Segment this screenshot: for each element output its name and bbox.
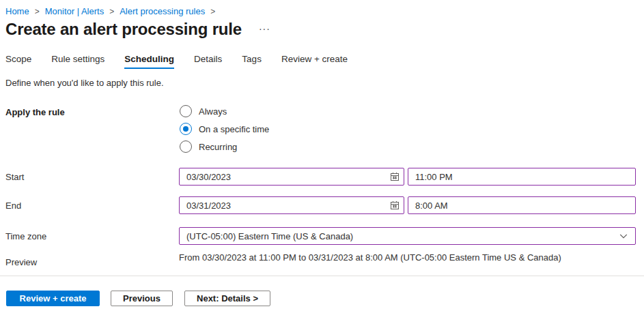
breadcrumb-separator-icon: >	[109, 5, 114, 18]
breadcrumb: Home > Monitor | Alerts > Alert processi…	[5, 5, 215, 18]
end-date-field	[179, 196, 404, 214]
more-options-icon[interactable]: ···	[259, 24, 270, 33]
calendar-icon[interactable]	[386, 168, 404, 185]
apply-rule-radio-group: Always On a specific time Recurring	[180, 105, 269, 153]
start-date-input[interactable]	[180, 172, 386, 182]
end-label: End	[5, 201, 21, 211]
time-zone-select[interactable]: (UTC-05:00) Eastern Time (US & Canada)	[179, 227, 636, 245]
radio-recurring[interactable]: Recurring	[180, 140, 269, 153]
preview-value: From 03/30/2023 at 11:00 PM to 03/31/202…	[179, 252, 640, 263]
radio-on-a-specific-time[interactable]: On a specific time	[180, 123, 269, 135]
radio-unselected-icon	[180, 105, 192, 117]
radio-recurring-label: Recurring	[199, 142, 237, 152]
breadcrumb-separator-icon: >	[210, 5, 215, 18]
previous-button[interactable]: Previous	[111, 291, 173, 306]
radio-unselected-icon	[180, 140, 192, 153]
start-date-field	[179, 168, 404, 186]
preview-label: Preview	[5, 257, 37, 267]
chevron-down-icon	[619, 231, 628, 241]
end-time-input[interactable]	[408, 201, 635, 211]
review-create-button[interactable]: Review + create	[6, 291, 100, 306]
page-title: Create an alert processing rule	[5, 18, 242, 40]
time-zone-value: (UTC-05:00) Eastern Time (US & Canada)	[186, 231, 353, 241]
tab-tags[interactable]: Tags	[242, 54, 262, 69]
tab-review-create[interactable]: Review + create	[281, 54, 348, 69]
page-description: Define when you'd like to apply this rul…	[5, 78, 164, 88]
start-time-field	[408, 168, 636, 186]
breadcrumb-link-monitor-alerts[interactable]: Monitor | Alerts	[45, 5, 104, 18]
calendar-icon[interactable]	[386, 197, 404, 213]
next-details-button[interactable]: Next: Details >	[184, 291, 270, 306]
start-time-input[interactable]	[408, 172, 635, 182]
start-label: Start	[5, 172, 24, 182]
breadcrumb-separator-icon: >	[35, 5, 40, 18]
end-time-field	[408, 196, 636, 214]
apply-the-rule-label: Apply the rule	[5, 107, 65, 117]
tab-bar: Scope Rule settings Scheduling Details T…	[5, 54, 348, 69]
breadcrumb-link-home[interactable]: Home	[5, 5, 29, 18]
tab-details[interactable]: Details	[194, 54, 222, 69]
tab-rule-settings[interactable]: Rule settings	[51, 54, 104, 69]
create-alert-processing-rule-page: Home > Monitor | Alerts > Alert processi…	[0, 0, 644, 311]
radio-on-a-specific-time-label: On a specific time	[199, 124, 269, 134]
time-zone-label: Time zone	[5, 231, 46, 241]
radio-always[interactable]: Always	[180, 105, 269, 117]
tab-scope[interactable]: Scope	[5, 54, 31, 69]
tab-scheduling[interactable]: Scheduling	[124, 54, 174, 69]
radio-selected-icon	[180, 123, 192, 135]
title-row: Create an alert processing rule ···	[5, 18, 270, 40]
radio-always-label: Always	[199, 106, 227, 117]
breadcrumb-link-alert-processing-rules[interactable]: Alert processing rules	[120, 5, 205, 18]
end-date-input[interactable]	[180, 201, 386, 211]
footer-divider	[0, 276, 644, 276]
